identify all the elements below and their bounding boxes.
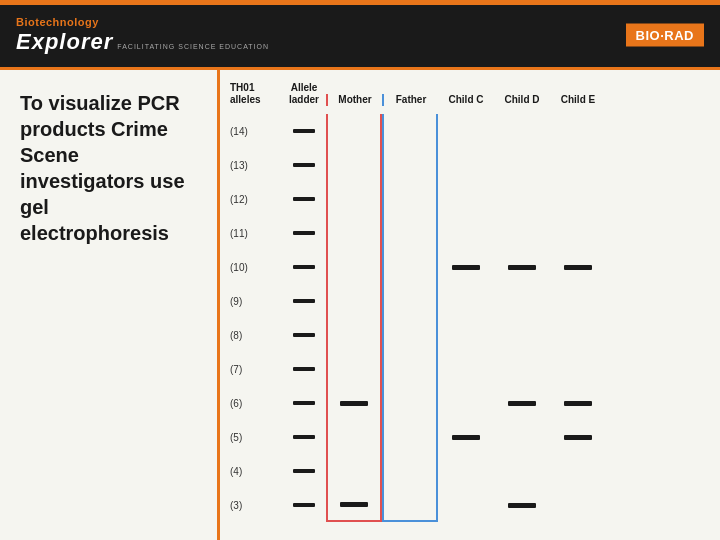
header-father: Father (382, 94, 438, 106)
left-sidebar: To visualize PCR products Crime Scene in… (0, 70, 220, 540)
gel-rows: (14)(13)(12)(11)(10)(9)(8)(7)(6)(5)(4)(3… (230, 114, 710, 522)
gel-row: (13) (230, 148, 710, 182)
mother-cell (326, 386, 382, 420)
father-cell (382, 488, 438, 522)
gel-row: (14) (230, 114, 710, 148)
header-mother: Mother (326, 94, 382, 106)
gel-row: (10) (230, 250, 710, 284)
row-label: (5) (230, 432, 282, 443)
ladder-cell (282, 114, 326, 148)
logo-biotech-text: Biotechnology (16, 16, 269, 28)
mother-cell (326, 216, 382, 250)
child-e-cell (550, 284, 606, 318)
mother-cell (326, 488, 382, 522)
father-cell (382, 216, 438, 250)
father-cell (382, 250, 438, 284)
father-cell (382, 148, 438, 182)
child-d-cell (494, 284, 550, 318)
row-label: (14) (230, 126, 282, 137)
mother-cell (326, 318, 382, 352)
father-cell (382, 318, 438, 352)
row-label: (4) (230, 466, 282, 477)
logo-area: Biotechnology Explorer FACILITATING SCIE… (16, 16, 269, 55)
ladder-cell (282, 454, 326, 488)
father-cell (382, 114, 438, 148)
child-c-cell (438, 250, 494, 284)
header-th01: TH01alleles (230, 82, 282, 106)
child-e-cell (550, 420, 606, 454)
child-d-cell (494, 148, 550, 182)
child-c-cell (438, 216, 494, 250)
child-d-cell (494, 352, 550, 386)
ladder-cell (282, 216, 326, 250)
mother-cell (326, 148, 382, 182)
child-e-cell (550, 488, 606, 522)
sidebar-title: To visualize PCR products Crime Scene in… (20, 90, 201, 246)
child-d-cell (494, 250, 550, 284)
child-e-cell (550, 318, 606, 352)
row-label: (12) (230, 194, 282, 205)
child-c-cell (438, 386, 494, 420)
row-label: (7) (230, 364, 282, 375)
father-cell (382, 284, 438, 318)
gel-row: (8) (230, 318, 710, 352)
child-c-cell (438, 420, 494, 454)
child-e-cell (550, 352, 606, 386)
biorad-logo: BIO·RAD (626, 24, 704, 47)
child-c-cell (438, 114, 494, 148)
child-e-cell (550, 114, 606, 148)
ladder-cell (282, 488, 326, 522)
row-label: (8) (230, 330, 282, 341)
row-label: (3) (230, 500, 282, 511)
gel-row: (12) (230, 182, 710, 216)
child-c-cell (438, 352, 494, 386)
header-ladder: Alleleladder (282, 82, 326, 106)
main-content: To visualize PCR products Crime Scene in… (0, 70, 720, 540)
ladder-cell (282, 148, 326, 182)
child-c-cell (438, 488, 494, 522)
mother-cell (326, 284, 382, 318)
child-e-cell (550, 386, 606, 420)
ladder-cell (282, 284, 326, 318)
father-cell (382, 352, 438, 386)
gel-row: (9) (230, 284, 710, 318)
gel-row: (7) (230, 352, 710, 386)
gel-row: (5) (230, 420, 710, 454)
child-d-cell (494, 488, 550, 522)
row-label: (6) (230, 398, 282, 409)
father-cell (382, 420, 438, 454)
orange-accent-bottom (0, 67, 720, 70)
father-cell (382, 182, 438, 216)
row-label: (9) (230, 296, 282, 307)
row-label: (10) (230, 262, 282, 273)
child-e-cell (550, 454, 606, 488)
child-e-cell (550, 250, 606, 284)
gel-area: TH01alleles Alleleladder Mother Father C… (220, 70, 720, 540)
child-c-cell (438, 148, 494, 182)
child-c-cell (438, 182, 494, 216)
logo-tagline: FACILITATING SCIENCE EDUCATION (117, 43, 269, 50)
gel-column-headers: TH01alleles Alleleladder Mother Father C… (230, 82, 710, 106)
father-cell (382, 386, 438, 420)
child-d-cell (494, 114, 550, 148)
child-d-cell (494, 386, 550, 420)
header: Biotechnology Explorer FACILITATING SCIE… (0, 0, 720, 70)
mother-cell (326, 352, 382, 386)
ladder-cell (282, 182, 326, 216)
child-c-cell (438, 284, 494, 318)
mother-cell (326, 250, 382, 284)
ladder-cell (282, 250, 326, 284)
child-e-cell (550, 216, 606, 250)
row-label: (13) (230, 160, 282, 171)
mother-cell (326, 182, 382, 216)
mother-cell (326, 114, 382, 148)
child-d-cell (494, 420, 550, 454)
header-child-c: Child C (438, 94, 494, 106)
orange-accent-top (0, 0, 720, 5)
gel-row: (6) (230, 386, 710, 420)
gel-row: (4) (230, 454, 710, 488)
child-d-cell (494, 216, 550, 250)
ladder-cell (282, 420, 326, 454)
header-child-e: Child E (550, 94, 606, 106)
father-cell (382, 454, 438, 488)
